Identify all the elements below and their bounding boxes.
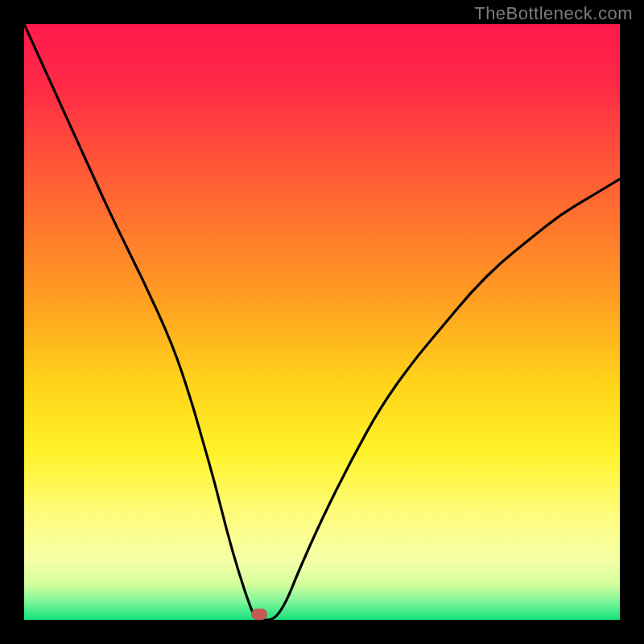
optimal-point-marker: [251, 609, 267, 620]
chart-frame: TheBottleneck.com: [0, 0, 644, 644]
bottleneck-curve: [24, 24, 620, 620]
watermark-text: TheBottleneck.com: [474, 3, 633, 24]
plot-area: [24, 24, 620, 620]
